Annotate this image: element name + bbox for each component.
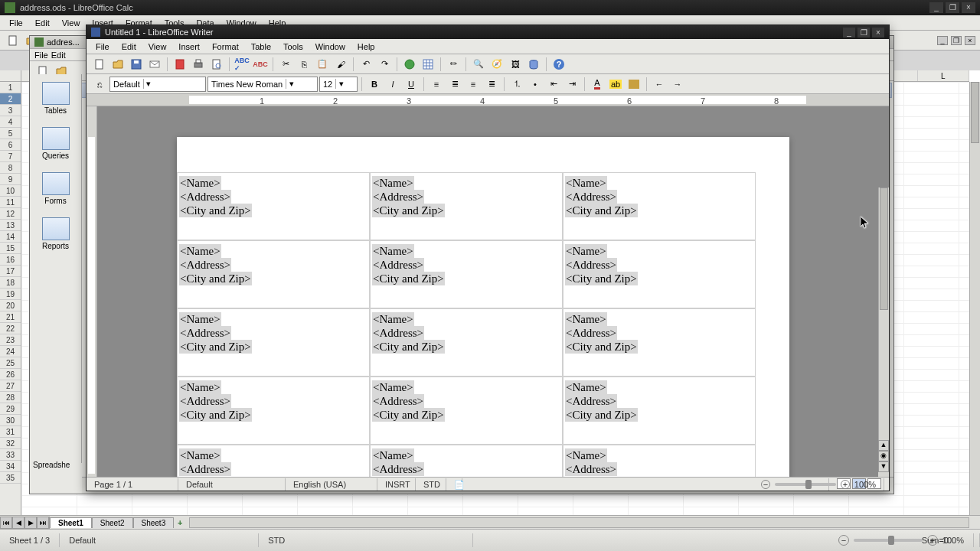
merge-field[interactable]: <Name> — [565, 244, 607, 258]
row-header[interactable]: 33 — [0, 449, 21, 461]
page-up-icon[interactable]: ▲ — [878, 440, 889, 451]
align-justify-icon[interactable]: ≣ — [483, 77, 500, 92]
menu-insert[interactable]: Insert — [174, 41, 204, 53]
add-sheet-button[interactable]: + — [174, 518, 186, 527]
zoom-in-icon[interactable]: + — [841, 480, 850, 489]
new-icon[interactable] — [5, 33, 21, 48]
row-header[interactable]: 3 — [0, 105, 21, 116]
tab-first-icon[interactable]: ⏮ — [0, 517, 12, 529]
tab-last-icon[interactable]: ⏭ — [37, 517, 49, 529]
menu-view[interactable]: View — [144, 41, 172, 53]
merge-field[interactable]: <City and Zip> — [179, 408, 252, 422]
nav-fwd-icon[interactable]: → — [669, 77, 686, 92]
paste-icon[interactable]: 📋 — [314, 57, 331, 72]
label-cell[interactable]: <Name><Address><City and Zip> — [563, 172, 756, 240]
zoom-in-icon[interactable]: + — [927, 535, 938, 546]
document-page[interactable]: <Name><Address><City and Zip><Name><Addr… — [177, 137, 789, 477]
zoom-slider[interactable] — [775, 483, 836, 486]
calc-v-scrollbar[interactable] — [969, 82, 980, 515]
print-icon[interactable] — [190, 57, 207, 72]
row-header[interactable]: 8 — [0, 162, 21, 174]
calc-h-scrollbar[interactable] — [189, 517, 969, 528]
label-cell[interactable]: <Name><Address><City and Zip> — [370, 308, 563, 377]
row-header[interactable]: 26 — [0, 369, 21, 380]
numbered-list-icon[interactable]: ⒈ — [508, 77, 525, 92]
open-doc-icon[interactable] — [109, 57, 126, 72]
label-cell[interactable]: <Name><Address><City and Zip> — [563, 377, 756, 445]
row-header[interactable]: 17 — [0, 266, 21, 277]
spellcheck-icon[interactable]: ABC✓ — [234, 57, 250, 72]
align-center-icon[interactable]: ≣ — [446, 77, 463, 92]
close-button[interactable]: × — [962, 2, 975, 13]
align-right-icon[interactable]: ≡ — [465, 77, 482, 92]
merge-field[interactable]: <Address> — [565, 462, 617, 476]
ds-item-reports[interactable]: Reports — [30, 213, 81, 258]
row-header[interactable]: 12 — [0, 208, 21, 220]
tab-prev-icon[interactable]: ◀ — [12, 517, 24, 529]
row-header[interactable]: 22 — [0, 323, 21, 334]
merge-field[interactable]: <Name> — [179, 312, 221, 326]
label-cell[interactable]: <Name><Address><City and Zip> — [370, 377, 563, 445]
font-size-combo[interactable]: 12▾ — [319, 77, 358, 92]
merge-field[interactable]: <Address> — [179, 190, 231, 204]
menu-file[interactable]: File — [5, 17, 28, 29]
writer-edit-area[interactable]: <Name><Address><City and Zip><Name><Addr… — [87, 106, 889, 477]
page-down-icon[interactable]: ▼ — [878, 461, 889, 472]
merge-field[interactable]: <Address> — [179, 394, 231, 408]
label-cell[interactable]: <Name><Address><City and Zip> — [563, 308, 756, 377]
merge-field[interactable]: <Name> — [372, 244, 414, 258]
minimize-button[interactable]: _ — [929, 2, 943, 13]
merge-field[interactable]: <Name> — [372, 380, 414, 394]
row-header[interactable]: 32 — [0, 438, 21, 449]
writer-maximize-button[interactable]: ❐ — [858, 28, 870, 37]
font-combo[interactable]: Times New Roman▾ — [207, 77, 318, 92]
nav-circle-icon[interactable]: ◉ — [878, 451, 889, 461]
row-header[interactable]: 21 — [0, 311, 21, 323]
ds-item-queries[interactable]: Queries — [30, 122, 81, 168]
writer-close-button[interactable]: × — [872, 28, 884, 37]
label-cell[interactable]: <Name><Address><City and Zip> — [370, 240, 563, 308]
menu-file[interactable]: File — [91, 41, 114, 53]
row-header[interactable]: 7 — [0, 151, 21, 162]
autospell-icon[interactable]: ABC — [252, 57, 269, 72]
row-header[interactable]: 35 — [0, 472, 21, 484]
label-cell[interactable]: <Name><Address><City and Zip> — [177, 240, 370, 308]
merge-field[interactable]: <Address> — [372, 326, 424, 340]
label-cell[interactable]: <Name><Address> — [563, 445, 756, 477]
row-header[interactable]: 13 — [0, 220, 21, 231]
merge-field[interactable]: <Address> — [372, 462, 424, 476]
label-cell[interactable]: <Name><Address><City and Zip> — [177, 377, 370, 445]
row-header[interactable]: 14 — [0, 231, 21, 243]
menu-window[interactable]: Window — [311, 41, 350, 53]
datasources-icon[interactable] — [525, 57, 542, 72]
undo-icon[interactable]: ↶ — [358, 57, 374, 72]
help-icon[interactable]: ? — [550, 57, 567, 72]
row-header[interactable]: 20 — [0, 300, 21, 311]
row-header[interactable]: 31 — [0, 426, 21, 438]
merge-field[interactable]: <Address> — [565, 326, 617, 340]
bullet-list-icon[interactable]: • — [527, 77, 544, 92]
merge-field[interactable]: <Name> — [565, 312, 607, 326]
merge-field[interactable]: <Name> — [565, 176, 607, 190]
zoom-slider[interactable] — [854, 539, 923, 542]
status-style[interactable]: Default — [178, 478, 286, 491]
menu-format[interactable]: Format — [207, 41, 243, 53]
row-header[interactable]: 6 — [0, 139, 21, 151]
email-icon[interactable] — [146, 57, 163, 72]
status-sel[interactable]: STD — [416, 478, 446, 491]
row-header[interactable]: 29 — [0, 403, 21, 415]
maximize-button[interactable]: ❐ — [946, 2, 959, 13]
zoom-out-icon[interactable]: − — [838, 535, 849, 546]
nav-back-icon[interactable]: ← — [651, 77, 668, 92]
sheet-tab-sheet2[interactable]: Sheet2 — [92, 517, 133, 528]
table-icon[interactable] — [420, 57, 436, 72]
merge-field[interactable]: <City and Zip> — [372, 408, 445, 422]
inner-minimize-button[interactable]: _ — [937, 36, 948, 45]
merge-field[interactable]: <City and Zip> — [179, 204, 252, 217]
merge-field[interactable]: <Address> — [179, 326, 231, 340]
find-icon[interactable]: 🔍 — [470, 57, 487, 72]
writer-minimize-button[interactable]: _ — [843, 28, 855, 37]
row-header[interactable]: 4 — [0, 116, 21, 128]
styles-icon[interactable]: ⎌ — [91, 77, 108, 92]
save-icon[interactable] — [128, 57, 145, 72]
